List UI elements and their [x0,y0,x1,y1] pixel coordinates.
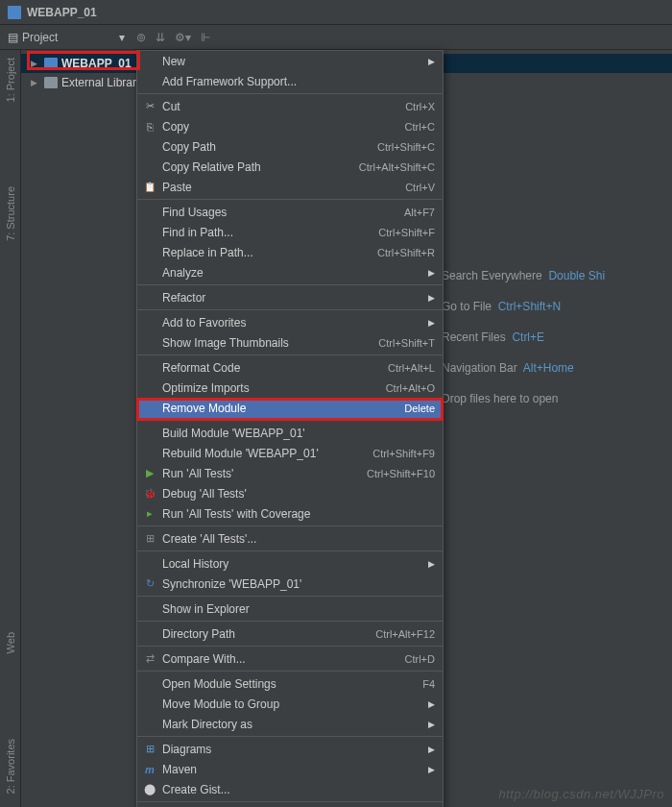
menu-build-module[interactable]: Build Module 'WEBAPP_01' [137,423,443,443]
gutter-favorites[interactable]: 2: Favorites [3,735,18,797]
menu-directory-path[interactable]: Directory PathCtrl+Alt+F12 [137,624,443,644]
titlebar: WEBAPP_01 [0,0,672,25]
scissors-icon [143,100,156,113]
menu-create-gist[interactable]: ⬤Create Gist... [137,779,443,799]
welcome-content: Search Everywhere Double Shi Go to File … [442,269,605,423]
project-icon [8,6,21,19]
menu-debug[interactable]: Debug 'All Tests' [137,483,443,503]
menu-remove-module[interactable]: Remove ModuleDelete [137,398,443,418]
menu-thumbnails[interactable]: Show Image ThumbnailsCtrl+Shift+T [137,332,443,353]
bug-icon [143,487,156,501]
chevron-right-icon: ▶ [428,57,435,66]
context-menu: New▶ Add Framework Support... CutCtrl+X … [136,50,444,807]
chevron-right-icon: ▶ [428,318,435,328]
gist-icon: ⬤ [143,783,156,796]
left-tool-gutter: 1: Project 7: Structure Web 2: Favorites [0,50,21,807]
menu-compare[interactable]: Compare With...Ctrl+D [137,648,443,669]
module-label: WEBAPP_01 [61,57,132,70]
menu-refactor[interactable]: Refactor▶ [137,287,443,307]
window-title: WEBAPP_01 [27,6,97,19]
menu-copy-relative-path[interactable]: Copy Relative PathCtrl+Alt+Shift+C [137,157,443,177]
play-icon [143,467,156,480]
chevron-right-icon: ▶ [428,765,435,774]
menu-show-explorer[interactable]: Show in Explorer [137,599,443,619]
gutter-project[interactable]: 1: Project [3,54,18,106]
menu-local-history[interactable]: Local History▶ [137,553,443,574]
menu-create-tests[interactable]: Create 'All Tests'... [137,528,443,549]
menu-add-favorites[interactable]: Add to Favorites▶ [137,312,443,332]
menu-run[interactable]: Run 'All Tests'Ctrl+Shift+F10 [137,463,443,483]
collapse-icon[interactable]: ⇊ [156,31,165,44]
copy-icon [143,120,156,134]
chevron-right-icon: ▶ [428,559,435,569]
settings-icon[interactable]: ⚙▾ [175,31,191,44]
menu-copy[interactable]: CopyCtrl+C [137,116,443,136]
watermark: http://blog.csdn.net/WJJPro [499,787,664,801]
menu-replace-in-path[interactable]: Replace in Path...Ctrl+Shift+R [137,242,443,262]
diagram-icon [143,743,156,756]
hide-icon[interactable]: ⊩ [201,31,210,44]
menu-new[interactable]: New▶ [137,51,443,71]
project-toolbar: ▤ Project ▾ ⊚ ⇊ ⚙▾ ⊩ [0,25,672,50]
chevron-right-icon: ▶ [428,268,435,278]
menu-synchronize[interactable]: Synchronize 'WEBAPP_01' [137,574,443,594]
project-view-label: Project [22,31,58,44]
library-icon [44,77,58,88]
menu-paste[interactable]: PasteCtrl+V [137,177,443,197]
menu-analyze[interactable]: Analyze▶ [137,262,443,282]
gutter-structure[interactable]: 7: Structure [3,183,18,245]
window-icon: ▤ [8,31,18,44]
paste-icon [143,181,156,194]
menu-cut[interactable]: CutCtrl+X [137,96,443,116]
menu-find-in-path[interactable]: Find in Path...Ctrl+Shift+F [137,222,443,242]
menu-move-group[interactable]: Move Module to Group▶ [137,694,443,714]
coverage-icon [143,507,156,521]
project-view-selector[interactable]: ▤ Project ▾ [8,31,125,44]
chevron-right-icon: ▶ [428,699,435,709]
chevron-right-icon: ▶ [428,745,435,754]
menu-copy-path[interactable]: Copy PathCtrl+Shift+C [137,136,443,157]
maven-icon [143,763,156,776]
menu-module-settings[interactable]: Open Module SettingsF4 [137,673,443,694]
menu-optimize-imports[interactable]: Optimize ImportsCtrl+Alt+O [137,378,443,398]
expand-arrow-icon[interactable]: ▶ [31,78,40,87]
expand-arrow-icon[interactable]: ▶ [31,59,40,68]
module-icon [44,58,58,69]
gutter-web[interactable]: Web [3,628,18,657]
compare-icon [143,652,156,666]
menu-run-coverage[interactable]: Run 'All Tests' with Coverage [137,503,443,524]
test-icon [143,532,156,546]
target-icon[interactable]: ⊚ [136,31,146,44]
menu-diagrams[interactable]: Diagrams▶ [137,739,443,759]
menu-reformat[interactable]: Reformat CodeCtrl+Alt+L [137,357,443,378]
external-label: External Librar [61,76,136,89]
sync-icon [143,577,156,591]
dropdown-icon: ▾ [119,31,125,44]
menu-maven[interactable]: Maven▶ [137,759,443,779]
chevron-right-icon: ▶ [428,720,435,729]
menu-rebuild-module[interactable]: Rebuild Module 'WEBAPP_01'Ctrl+Shift+F9 [137,443,443,463]
chevron-right-icon: ▶ [428,293,435,303]
menu-find-usages[interactable]: Find UsagesAlt+F7 [137,202,443,222]
menu-mark-directory[interactable]: Mark Directory as▶ [137,714,443,734]
menu-add-framework[interactable]: Add Framework Support... [137,71,443,91]
